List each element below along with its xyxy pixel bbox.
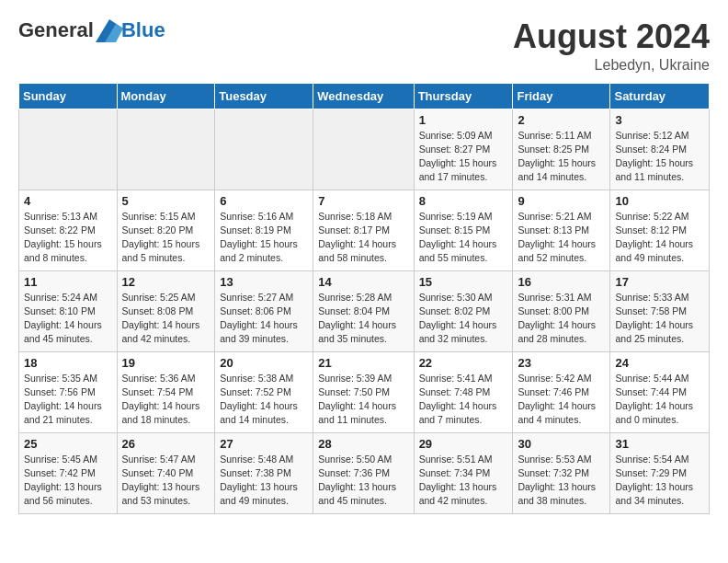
- calendar-cell: 28Sunrise: 5:50 AMSunset: 7:36 PMDayligh…: [313, 432, 414, 513]
- calendar-table: SundayMondayTuesdayWednesdayThursdayFrid…: [18, 83, 710, 514]
- day-info: Sunrise: 5:24 AMSunset: 8:10 PMDaylight:…: [24, 291, 112, 347]
- day-number: 4: [24, 194, 112, 208]
- day-number: 8: [419, 194, 508, 208]
- day-info: Sunrise: 5:18 AMSunset: 8:17 PMDaylight:…: [318, 210, 408, 266]
- subtitle: Lebedyn, Ukraine: [513, 57, 710, 74]
- day-number: 9: [518, 194, 605, 208]
- calendar-cell: 10Sunrise: 5:22 AMSunset: 8:12 PMDayligh…: [610, 190, 710, 270]
- weekday-header: Sunday: [19, 83, 118, 109]
- day-number: 3: [615, 113, 704, 127]
- weekday-header: Tuesday: [215, 83, 313, 109]
- day-number: 15: [419, 275, 508, 289]
- day-info: Sunrise: 5:09 AMSunset: 8:27 PMDaylight:…: [419, 129, 508, 185]
- weekday-header: Thursday: [414, 83, 513, 109]
- calendar-cell: [117, 109, 215, 190]
- calendar-cell: 27Sunrise: 5:48 AMSunset: 7:38 PMDayligh…: [215, 432, 313, 513]
- day-info: Sunrise: 5:47 AMSunset: 7:40 PMDaylight:…: [122, 453, 210, 509]
- title-section: August 2024 Lebedyn, Ukraine: [513, 18, 710, 74]
- day-number: 27: [220, 437, 308, 451]
- day-info: Sunrise: 5:38 AMSunset: 7:52 PMDaylight:…: [220, 372, 308, 428]
- day-info: Sunrise: 5:33 AMSunset: 7:58 PMDaylight:…: [615, 291, 704, 347]
- calendar-cell: 20Sunrise: 5:38 AMSunset: 7:52 PMDayligh…: [215, 351, 313, 432]
- day-info: Sunrise: 5:11 AMSunset: 8:25 PMDaylight:…: [518, 129, 605, 185]
- day-number: 10: [615, 194, 704, 208]
- calendar-cell: 22Sunrise: 5:41 AMSunset: 7:48 PMDayligh…: [414, 351, 513, 432]
- day-info: Sunrise: 5:39 AMSunset: 7:50 PMDaylight:…: [318, 372, 408, 428]
- calendar-cell: 30Sunrise: 5:53 AMSunset: 7:32 PMDayligh…: [513, 432, 610, 513]
- day-number: 31: [615, 437, 704, 451]
- day-number: 23: [518, 356, 605, 370]
- day-number: 16: [518, 275, 605, 289]
- calendar-cell: 17Sunrise: 5:33 AMSunset: 7:58 PMDayligh…: [610, 270, 710, 351]
- day-info: Sunrise: 5:19 AMSunset: 8:15 PMDaylight:…: [419, 210, 508, 266]
- calendar-cell: 5Sunrise: 5:15 AMSunset: 8:20 PMDaylight…: [117, 190, 215, 270]
- day-number: 19: [122, 356, 210, 370]
- day-info: Sunrise: 5:36 AMSunset: 7:54 PMDaylight:…: [122, 372, 210, 428]
- calendar-cell: 29Sunrise: 5:51 AMSunset: 7:34 PMDayligh…: [414, 432, 513, 513]
- day-info: Sunrise: 5:12 AMSunset: 8:24 PMDaylight:…: [615, 129, 704, 185]
- page: General Blue August 2024 Lebedyn, Ukrain…: [0, 0, 728, 523]
- calendar-cell: [215, 109, 313, 190]
- calendar-cell: 19Sunrise: 5:36 AMSunset: 7:54 PMDayligh…: [117, 351, 215, 432]
- day-number: 28: [318, 437, 408, 451]
- day-number: 22: [419, 356, 508, 370]
- calendar-cell: 25Sunrise: 5:45 AMSunset: 7:42 PMDayligh…: [19, 432, 118, 513]
- day-info: Sunrise: 5:51 AMSunset: 7:34 PMDaylight:…: [419, 453, 508, 509]
- day-info: Sunrise: 5:45 AMSunset: 7:42 PMDaylight:…: [24, 453, 112, 509]
- day-info: Sunrise: 5:50 AMSunset: 7:36 PMDaylight:…: [318, 453, 408, 509]
- day-info: Sunrise: 5:16 AMSunset: 8:19 PMDaylight:…: [220, 210, 308, 266]
- calendar-week-row: 25Sunrise: 5:45 AMSunset: 7:42 PMDayligh…: [19, 432, 710, 513]
- day-number: 30: [518, 437, 605, 451]
- day-number: 6: [220, 194, 308, 208]
- calendar-cell: [19, 109, 118, 190]
- day-info: Sunrise: 5:13 AMSunset: 8:22 PMDaylight:…: [24, 210, 112, 266]
- calendar-cell: 23Sunrise: 5:42 AMSunset: 7:46 PMDayligh…: [513, 351, 610, 432]
- calendar-cell: 8Sunrise: 5:19 AMSunset: 8:15 PMDaylight…: [414, 190, 513, 270]
- calendar-cell: 31Sunrise: 5:54 AMSunset: 7:29 PMDayligh…: [610, 432, 710, 513]
- day-info: Sunrise: 5:22 AMSunset: 8:12 PMDaylight:…: [615, 210, 704, 266]
- calendar-cell: 21Sunrise: 5:39 AMSunset: 7:50 PMDayligh…: [313, 351, 414, 432]
- calendar-week-row: 11Sunrise: 5:24 AMSunset: 8:10 PMDayligh…: [19, 270, 710, 351]
- calendar-cell: 18Sunrise: 5:35 AMSunset: 7:56 PMDayligh…: [19, 351, 118, 432]
- calendar-cell: 14Sunrise: 5:28 AMSunset: 8:04 PMDayligh…: [313, 270, 414, 351]
- calendar-cell: 12Sunrise: 5:25 AMSunset: 8:08 PMDayligh…: [117, 270, 215, 351]
- day-info: Sunrise: 5:54 AMSunset: 7:29 PMDaylight:…: [615, 453, 704, 509]
- calendar-cell: 6Sunrise: 5:16 AMSunset: 8:19 PMDaylight…: [215, 190, 313, 270]
- logo-icon: [96, 19, 123, 42]
- calendar-cell: 15Sunrise: 5:30 AMSunset: 8:02 PMDayligh…: [414, 270, 513, 351]
- main-title: August 2024: [513, 18, 710, 55]
- weekday-header: Friday: [513, 83, 610, 109]
- logo-general: General: [18, 18, 94, 42]
- calendar-week-row: 1Sunrise: 5:09 AMSunset: 8:27 PMDaylight…: [19, 109, 710, 190]
- calendar-cell: 4Sunrise: 5:13 AMSunset: 8:22 PMDaylight…: [19, 190, 118, 270]
- calendar-cell: 3Sunrise: 5:12 AMSunset: 8:24 PMDaylight…: [610, 109, 710, 190]
- header: General Blue August 2024 Lebedyn, Ukrain…: [18, 18, 710, 74]
- day-number: 18: [24, 356, 112, 370]
- day-number: 12: [122, 275, 210, 289]
- weekday-header: Saturday: [610, 83, 710, 109]
- day-number: 13: [220, 275, 308, 289]
- calendar-cell: [313, 109, 414, 190]
- day-number: 5: [122, 194, 210, 208]
- day-number: 14: [318, 275, 408, 289]
- day-info: Sunrise: 5:41 AMSunset: 7:48 PMDaylight:…: [419, 372, 508, 428]
- logo: General Blue: [18, 18, 165, 42]
- day-info: Sunrise: 5:48 AMSunset: 7:38 PMDaylight:…: [220, 453, 308, 509]
- weekday-header: Wednesday: [313, 83, 414, 109]
- day-info: Sunrise: 5:15 AMSunset: 8:20 PMDaylight:…: [122, 210, 210, 266]
- day-number: 21: [318, 356, 408, 370]
- day-number: 17: [615, 275, 704, 289]
- calendar-week-row: 4Sunrise: 5:13 AMSunset: 8:22 PMDaylight…: [19, 190, 710, 270]
- day-number: 24: [615, 356, 704, 370]
- calendar-cell: 1Sunrise: 5:09 AMSunset: 8:27 PMDaylight…: [414, 109, 513, 190]
- calendar-cell: 16Sunrise: 5:31 AMSunset: 8:00 PMDayligh…: [513, 270, 610, 351]
- day-number: 29: [419, 437, 508, 451]
- day-number: 20: [220, 356, 308, 370]
- day-number: 2: [518, 113, 605, 127]
- day-number: 1: [419, 113, 508, 127]
- calendar-cell: 9Sunrise: 5:21 AMSunset: 8:13 PMDaylight…: [513, 190, 610, 270]
- calendar-week-row: 18Sunrise: 5:35 AMSunset: 7:56 PMDayligh…: [19, 351, 710, 432]
- logo-blue: Blue: [121, 18, 165, 41]
- calendar-cell: 11Sunrise: 5:24 AMSunset: 8:10 PMDayligh…: [19, 270, 118, 351]
- day-info: Sunrise: 5:30 AMSunset: 8:02 PMDaylight:…: [419, 291, 508, 347]
